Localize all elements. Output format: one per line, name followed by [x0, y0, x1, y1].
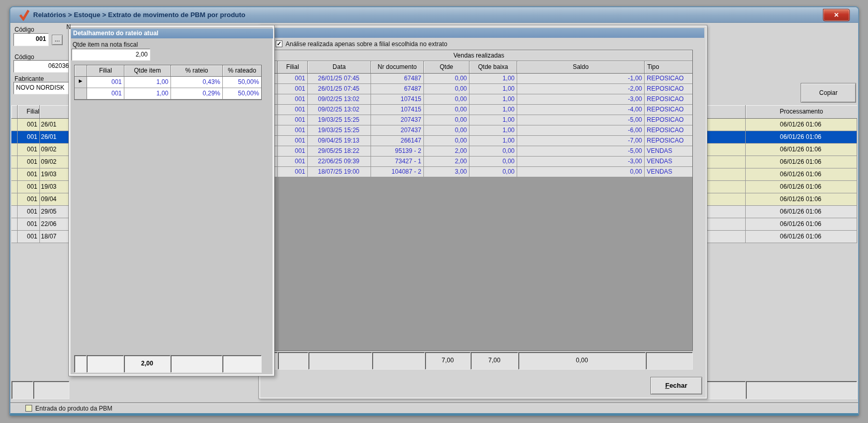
table-row[interactable]: 00129/05	[11, 206, 69, 218]
cell-data: 26/01/25 07:45	[308, 74, 371, 84]
table-row[interactable]: 06/01/26 01:06	[706, 218, 857, 231]
table-row[interactable]: ▶00126/01/25 07:45674870,001,00-1,00REPO…	[265, 74, 692, 84]
codigo2-field[interactable]: 062036	[13, 60, 72, 73]
cell-filial: 001	[278, 136, 308, 146]
table-row[interactable]: 00129/05/25 18:2295139 - 22,000,00-5,00V…	[265, 146, 692, 157]
rateio-modal: Detalhamento do rateio atual Qtde item n…	[68, 25, 275, 376]
cell-rateio: 0,29%	[171, 88, 223, 100]
table-row[interactable]: 00119/03	[11, 181, 69, 193]
table-row[interactable]: 00122/06	[11, 218, 69, 231]
table-row[interactable]: 06/01/26 01:06	[706, 193, 857, 206]
table-row[interactable]: 00118/07	[11, 231, 69, 243]
cell-nr-documento: 95139 - 2	[371, 146, 424, 157]
table-row[interactable]: 00126/01	[11, 119, 69, 131]
table-row[interactable]: 06/01/26 01:06	[706, 168, 857, 181]
cell-data: 09/02/25 13:02	[308, 105, 371, 115]
cell-blank	[706, 168, 746, 181]
copiar-button[interactable]: Copiar	[801, 83, 856, 103]
table-row[interactable]: 06/01/26 01:06	[706, 144, 857, 156]
close-button[interactable]: ✕	[823, 9, 850, 21]
header-saldo[interactable]: Saldo	[517, 61, 645, 74]
cell-tipo: VENDAS	[645, 157, 692, 167]
cell-filial: 001	[18, 156, 40, 168]
cell-nr-documento: 104087 - 2	[371, 167, 424, 177]
screen: Relatórios > Estoque > Extrato de movime…	[0, 0, 868, 423]
header-rateado[interactable]: % rateado	[223, 65, 261, 77]
cell-blank	[706, 144, 746, 156]
cell-tipo: VENDAS	[645, 146, 692, 157]
header-data[interactable]: Data	[308, 61, 371, 74]
cell-nr-documento: 266147	[371, 136, 424, 146]
table-row[interactable]: 00118/07/25 19:00104087 - 23,000,000,00V…	[265, 167, 692, 177]
qtde-item-field[interactable]: 2,00	[72, 49, 150, 61]
fabricante-field[interactable]: NOVO NORDISK	[13, 82, 72, 94]
footer-cell	[278, 352, 308, 370]
table-row[interactable]: 06/01/26 01:06	[706, 119, 857, 131]
header-tipo[interactable]: Tipo	[645, 61, 692, 74]
cell-data: 19/03/25 15:25	[308, 125, 371, 136]
table-row[interactable]: 00122/06/25 09:3973427 - 12,000,00-3,00V…	[265, 157, 692, 167]
header-rateio[interactable]: % rateio	[171, 65, 223, 77]
cell-filial: 001	[18, 231, 40, 243]
table-row[interactable]: 00109/04/25 19:132661470,001,00-7,00REPO…	[265, 136, 692, 146]
row-indicator	[11, 156, 18, 168]
table-row[interactable]: 00119/03/25 15:252074370,001,00-5,00REPO…	[265, 115, 692, 125]
codigo1-label: Código	[15, 26, 34, 33]
codigo1-field[interactable]: 001	[13, 33, 49, 46]
fechar-rest: echar	[670, 382, 688, 389]
table-row[interactable]: 06/01/26 01:06	[706, 131, 857, 144]
table-row[interactable]: 06/01/26 01:06	[706, 181, 857, 193]
fabricante-label: Fabricante	[15, 75, 44, 82]
bottom-separator	[10, 402, 858, 403]
check-icon: ✓	[277, 40, 281, 47]
app-window: Relatórios > Estoque > Extrato de movime…	[9, 6, 859, 416]
footer-cell	[11, 381, 33, 399]
browse-button[interactable]: ...	[52, 35, 63, 45]
cell-qtde: 2,00	[424, 146, 469, 157]
header-qtde[interactable]: Qtde	[424, 61, 469, 74]
table-row[interactable]: 00126/01	[11, 131, 69, 144]
cell-qtde-baixa: 1,00	[469, 136, 517, 146]
table-row[interactable]: 00109/02/25 13:021074150,001,00-3,00REPO…	[265, 94, 692, 105]
table-row[interactable]: 00109/02/25 13:021074150,001,00-4,00REPO…	[265, 105, 692, 115]
cell-filial: 001	[278, 125, 308, 136]
cell-qtde-baixa: 0,00	[469, 167, 517, 177]
cell-filial: 001	[278, 167, 308, 177]
header-data[interactable]	[40, 105, 68, 119]
analise-checkbox[interactable]: ✓	[276, 40, 282, 47]
cell-blank	[706, 131, 746, 144]
header-qtde-baixa[interactable]: Qtde baixa	[469, 61, 517, 74]
entrada-pbm-checkbox[interactable]	[25, 405, 32, 412]
header-nr-documento[interactable]: Nr documento	[371, 61, 424, 74]
table-row[interactable]: ▶0011,000,43%50,00%	[75, 77, 261, 88]
cell-data-fragment: 26/01	[40, 119, 68, 131]
table-row[interactable]: 06/01/26 01:06	[706, 206, 857, 218]
entrada-pbm-label: Entrada do produto da PBM	[35, 405, 112, 412]
table-row[interactable]: 00109/04	[11, 193, 69, 206]
cell-saldo: -6,00	[517, 125, 645, 136]
fechar-button[interactable]: Fechar	[650, 377, 702, 394]
header-processamento[interactable]: Processamento	[746, 105, 857, 119]
header-filial[interactable]: Filial	[87, 65, 124, 77]
table-row[interactable]: 00109/02	[11, 144, 69, 156]
cell-filial: 001	[18, 119, 40, 131]
cell-data-fragment: 29/05	[40, 206, 68, 218]
table-row[interactable]: 06/01/26 01:06	[706, 156, 857, 168]
table-row[interactable]: 00119/03/25 15:252074370,001,00-6,00REPO…	[265, 125, 692, 136]
header-qtde-item[interactable]: Qtde item	[124, 65, 171, 77]
table-row[interactable]: 00126/01/25 07:45674870,001,00-2,00REPOS…	[265, 84, 692, 94]
row-indicator	[11, 168, 18, 181]
table-row[interactable]: 00119/03	[11, 168, 69, 181]
app-logo-icon	[19, 9, 30, 21]
header-filial[interactable]: Filial	[18, 105, 40, 119]
cell-filial: 001	[278, 146, 308, 157]
header-filial[interactable]: Filial	[278, 61, 308, 74]
row-indicator	[11, 218, 18, 231]
table-row[interactable]: 0011,000,29%50,00%	[75, 88, 261, 100]
table-row[interactable]: 00109/02	[11, 156, 69, 168]
footer-cell	[706, 381, 746, 399]
cell-processamento: 06/01/26 01:06	[746, 181, 857, 193]
rateio-modal-titlebar: Detalhamento do rateio atual	[71, 29, 273, 38]
cell-data-fragment: 22/06	[40, 218, 68, 231]
table-row[interactable]: 06/01/26 01:06	[706, 231, 857, 243]
